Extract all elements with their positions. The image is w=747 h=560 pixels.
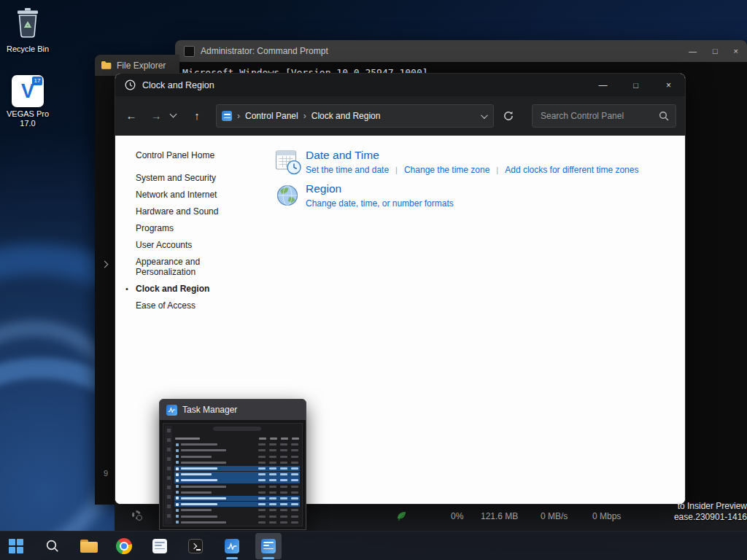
sidebar-item-system-and-security[interactable]: System and Security	[136, 173, 232, 183]
active-item-bullet: •	[125, 284, 128, 294]
date-and-time-heading[interactable]: Date and Time	[306, 149, 638, 162]
taskbar-chrome-button[interactable]	[111, 533, 137, 559]
command-prompt-icon	[184, 46, 195, 57]
active-app-icon	[261, 539, 276, 553]
cmd-minimize-button[interactable]: —	[689, 47, 697, 55]
history-dropdown-chevron-icon[interactable]	[170, 111, 177, 118]
breadcrumb-separator-icon: ›	[303, 111, 306, 121]
window-title: Clock and Region	[142, 80, 214, 90]
efficiency-leaf-icon	[396, 510, 407, 522]
gear-icon[interactable]	[132, 510, 141, 519]
sidebar-item-programs[interactable]: Programs	[136, 223, 232, 233]
task-manager-preview-title: Task Manager	[182, 405, 237, 415]
task-manager-preview-titlebar: Task Manager	[160, 400, 306, 420]
navigation-bar: ← → ↑ › Control Panel › Clock and Region	[115, 96, 685, 136]
open-app-indicator	[226, 557, 238, 559]
vegas-pro-desktop-icon[interactable]: V 17 VEGAS Pro 17.0	[4, 75, 52, 128]
maximize-button[interactable]: □	[619, 74, 652, 96]
region-section: Region Change date, time, or number form…	[274, 182, 454, 209]
sidebar-item-ease-of-access[interactable]: Ease of Access	[136, 300, 232, 311]
cmd-maximize-button[interactable]: □	[713, 47, 718, 55]
breadcrumb-clock-and-region[interactable]: Clock and Region	[311, 111, 381, 121]
cpu-usage-value: 0%	[451, 511, 463, 521]
open-app-indicator	[263, 557, 274, 559]
taskbar-file-explorer-button[interactable]	[76, 533, 102, 559]
sidebar-item-control-panel-home[interactable]: Control Panel Home	[136, 150, 245, 160]
date-and-time-section: Date and Time Set the time and date | Ch…	[274, 148, 638, 176]
link-separator: |	[395, 166, 398, 174]
sidebar-item-hardware-and-sound[interactable]: Hardware and Sound	[136, 206, 232, 217]
taskbar	[0, 531, 747, 560]
link-add-clocks[interactable]: Add clocks for different time zones	[505, 165, 638, 175]
breadcrumb[interactable]: › Control Panel › Clock and Region	[216, 104, 494, 128]
task-manager-thumbnail[interactable]	[160, 420, 306, 529]
task-manager-thumbnail-rows	[174, 442, 300, 526]
recycle-bin-label: Recycle Bin	[4, 44, 52, 54]
control-panel-sidebar: Control Panel Home System and Security N…	[136, 150, 245, 317]
command-prompt-titlebar[interactable]: Administrator: Command Prompt — □ ×	[175, 40, 747, 62]
region-globe-icon	[274, 182, 302, 209]
command-prompt-icon	[188, 539, 203, 553]
desktop: Recycle Bin V 17 VEGAS Pro 17.0 Administ…	[0, 0, 747, 560]
network-usage-value: 0 Mbps	[592, 511, 621, 521]
region-heading[interactable]: Region	[306, 182, 454, 195]
link-set-time-and-date[interactable]: Set the time and date	[306, 165, 389, 175]
vegas-version-badge: 17	[32, 77, 42, 85]
chrome-icon	[116, 538, 132, 554]
sidebar-item-clock-and-region[interactable]: • Clock and Region	[136, 284, 232, 294]
taskbar-search-button[interactable]	[39, 533, 66, 559]
minimize-button[interactable]: —	[587, 74, 619, 96]
windows-logo-icon	[9, 539, 23, 553]
search-input[interactable]	[539, 106, 654, 126]
task-manager-thumbnail-searchbar	[175, 426, 299, 432]
address-dropdown-chevron-icon[interactable]	[481, 112, 488, 119]
task-manager-icon	[166, 405, 177, 416]
task-manager-thumbnail-header	[175, 434, 299, 440]
command-prompt-title: Administrator: Command Prompt	[201, 46, 328, 56]
window-titlebar[interactable]: Clock and Region — □ ×	[115, 74, 685, 96]
taskbar-white-app-button[interactable]	[147, 533, 173, 559]
task-manager-thumbnail-rail	[165, 426, 172, 524]
sidebar-item-network-and-internet[interactable]: Network and Internet	[136, 190, 232, 200]
breadcrumb-separator-icon: ›	[237, 111, 240, 121]
date-and-time-icon	[274, 148, 302, 176]
disk-usage-value: 0 MB/s	[541, 511, 568, 521]
cmd-close-button[interactable]: ×	[734, 47, 738, 55]
start-button[interactable]	[3, 533, 29, 559]
search-box	[532, 104, 676, 128]
folder-icon	[101, 61, 112, 70]
control-panel-icon	[222, 111, 232, 121]
folder-icon	[80, 540, 98, 553]
taskbar-command-prompt-button[interactable]	[182, 533, 209, 559]
taskbar-active-app-button[interactable]	[255, 533, 282, 559]
link-change-time-zone[interactable]: Change the time zone	[404, 165, 489, 175]
recycle-bin-desktop-icon[interactable]: Recycle Bin	[4, 6, 52, 54]
task-manager-preview[interactable]: Task Manager	[159, 399, 306, 530]
vegas-pro-icon: V 17	[12, 75, 44, 107]
file-explorer-title: File Explorer	[117, 61, 166, 71]
forward-button[interactable]: →	[146, 106, 166, 125]
white-app-icon	[152, 539, 167, 553]
search-icon	[45, 539, 60, 553]
file-explorer-partial-text: 9	[104, 469, 108, 478]
up-button[interactable]: ↑	[187, 106, 207, 125]
memory-usage-value: 121.6 MB	[481, 511, 518, 521]
insider-preview-watermark: to Insider Preview ease.230901-1416	[674, 501, 747, 523]
back-button[interactable]: ←	[121, 106, 142, 125]
taskbar-task-manager-button[interactable]	[219, 533, 245, 559]
close-button[interactable]: ×	[652, 74, 685, 96]
recycle-bin-icon	[13, 6, 42, 39]
sidebar-item-user-accounts[interactable]: User Accounts	[136, 240, 232, 250]
clock-icon	[125, 79, 136, 90]
task-manager-icon	[225, 539, 239, 553]
file-explorer-rail	[95, 76, 115, 505]
link-separator: |	[496, 166, 498, 174]
sidebar-item-appearance-and-personalization[interactable]: Appearance and Personalization	[136, 257, 232, 277]
link-change-formats[interactable]: Change date, time, or number formats	[306, 198, 454, 209]
refresh-button[interactable]	[503, 110, 514, 122]
vegas-label: VEGAS Pro 17.0	[4, 109, 52, 128]
breadcrumb-control-panel[interactable]: Control Panel	[245, 111, 298, 121]
search-icon[interactable]	[659, 111, 669, 121]
